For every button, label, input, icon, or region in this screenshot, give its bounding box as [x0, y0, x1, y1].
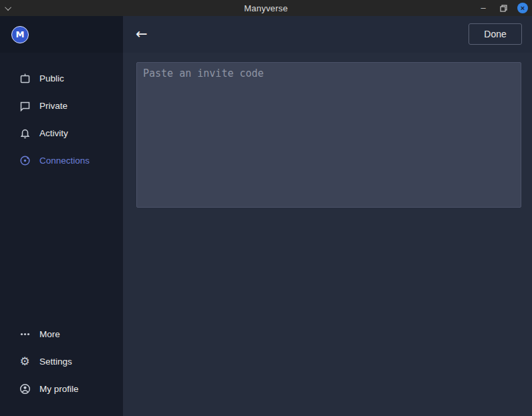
profile-icon: [19, 383, 31, 395]
sidebar-item-label: Public: [39, 73, 64, 83]
sidebar-item-activity[interactable]: Activity: [0, 120, 123, 147]
more-icon: [19, 329, 31, 341]
sidebar-item-label: Activity: [39, 128, 68, 138]
sidebar-item-label: Connections: [39, 156, 90, 166]
done-button[interactable]: Done: [469, 23, 522, 45]
sidebar: Public Private Activity: [0, 53, 123, 416]
connections-icon: [19, 155, 31, 167]
header-toolbar: ← Done: [123, 16, 532, 53]
sidebar-item-private[interactable]: Private: [0, 92, 123, 120]
sidebar-spacer: [0, 174, 123, 321]
restore-button[interactable]: [497, 2, 509, 14]
minimize-icon: –: [481, 3, 485, 12]
restore-icon: [500, 5, 507, 12]
invite-code-input[interactable]: [136, 62, 521, 208]
close-icon: ×: [521, 5, 525, 12]
sidebar-item-my-profile[interactable]: My profile: [0, 375, 123, 403]
sidebar-item-connections[interactable]: Connections: [0, 147, 123, 174]
minimize-button[interactable]: –: [477, 2, 489, 14]
private-icon: [19, 100, 31, 112]
activity-icon: [19, 128, 31, 140]
sidebar-item-label: More: [39, 329, 60, 339]
sidebar-item-settings[interactable]: ⚙ Settings: [0, 348, 123, 375]
sidebar-item-label: Private: [39, 101, 68, 111]
window-menu-button[interactable]: [7, 0, 11, 16]
close-button[interactable]: ×: [517, 3, 528, 13]
sidebar-item-label: My profile: [39, 384, 79, 394]
header-logo-area: M: [0, 16, 123, 53]
sidebar-item-more[interactable]: More: [0, 321, 123, 348]
main-content: [123, 53, 532, 416]
window-controls: – ×: [477, 0, 528, 16]
titlebar: Manyverse – ×: [0, 0, 532, 16]
sidebar-item-public[interactable]: Public: [0, 65, 123, 92]
public-icon: [19, 73, 31, 85]
settings-icon: ⚙: [19, 356, 31, 368]
back-button[interactable]: ←: [136, 27, 148, 41]
window-title: Manyverse: [0, 3, 532, 13]
manyverse-logo: M: [11, 26, 29, 43]
app-window: M ← Done Public Private: [0, 16, 532, 416]
sidebar-item-label: Settings: [39, 357, 72, 367]
